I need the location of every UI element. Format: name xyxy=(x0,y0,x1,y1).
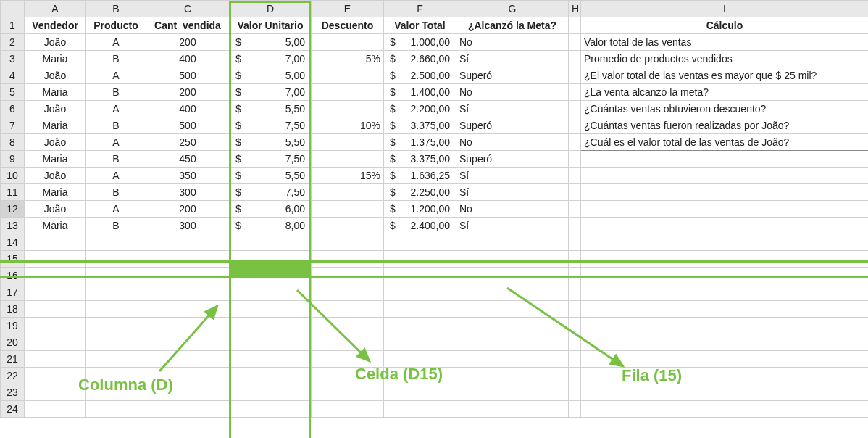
cell-B22[interactable] xyxy=(86,368,146,384)
column-header-F[interactable]: F xyxy=(384,1,456,17)
cell-I4[interactable]: ¿El valor total de las ventas es mayor q… xyxy=(581,67,869,84)
cell-E19[interactable] xyxy=(312,318,384,334)
cell-G14[interactable] xyxy=(456,234,569,251)
cell-G22[interactable] xyxy=(456,368,569,384)
cell-B20[interactable] xyxy=(86,334,146,351)
cell-C23[interactable] xyxy=(146,384,230,401)
cell-D5[interactable]: $7,00 xyxy=(230,84,312,101)
row-header[interactable]: 23 xyxy=(1,384,25,401)
cell-D10[interactable]: $5,50 xyxy=(230,168,312,184)
cell-G7[interactable]: Superó xyxy=(456,117,569,134)
row-header[interactable]: 24 xyxy=(1,401,25,418)
cell-D6[interactable]: $5,50 xyxy=(230,101,312,117)
cell-E20[interactable] xyxy=(312,334,384,351)
cell-A23[interactable] xyxy=(25,384,86,401)
cell-D14[interactable] xyxy=(230,234,312,251)
cell-F4[interactable]: $2.500,00 xyxy=(384,67,456,84)
cell-I24[interactable] xyxy=(581,401,869,418)
cell-B2[interactable]: A xyxy=(86,34,146,51)
cell-B7[interactable]: B xyxy=(86,117,146,134)
cell-G24[interactable] xyxy=(456,401,569,418)
cell-A13[interactable]: Maria xyxy=(25,218,86,234)
cell-B16[interactable] xyxy=(86,268,146,284)
cell-B14[interactable] xyxy=(86,234,146,251)
column-header-A[interactable]: A xyxy=(25,1,86,17)
column-header-H[interactable]: H xyxy=(569,1,581,17)
row-header[interactable]: 15 xyxy=(1,251,25,268)
cell-C13[interactable]: 300 xyxy=(146,218,230,234)
cell-B15[interactable] xyxy=(86,251,146,268)
cell-H13[interactable] xyxy=(569,218,581,234)
cell-I14[interactable] xyxy=(581,234,869,251)
cell-G21[interactable] xyxy=(456,351,569,368)
cell-I21[interactable] xyxy=(581,351,869,368)
cell-D2[interactable]: $5,00 xyxy=(230,34,312,51)
cell-F15[interactable] xyxy=(384,251,456,268)
cell-G16[interactable] xyxy=(456,268,569,284)
cell-H10[interactable] xyxy=(569,168,581,184)
cell-I3[interactable]: Promedio de productos vendidos xyxy=(581,51,869,67)
cell-A3[interactable]: Maria xyxy=(25,51,86,67)
cell-H1[interactable] xyxy=(569,17,581,34)
cell-H9[interactable] xyxy=(569,151,581,168)
select-all-corner[interactable] xyxy=(1,1,25,17)
row-header[interactable]: 11 xyxy=(1,184,25,201)
cell-D20[interactable] xyxy=(230,334,312,351)
cell-I2[interactable]: Valor total de las ventas xyxy=(581,34,869,51)
cell-H5[interactable] xyxy=(569,84,581,101)
cell-I19[interactable] xyxy=(581,318,869,334)
cell-C2[interactable]: 200 xyxy=(146,34,230,51)
cell-E2[interactable] xyxy=(312,34,384,51)
cell-H17[interactable] xyxy=(569,284,581,301)
row-header[interactable]: 13 xyxy=(1,218,25,234)
row-header[interactable]: 16 xyxy=(1,268,25,284)
cell-A21[interactable] xyxy=(25,351,86,368)
cell-E21[interactable] xyxy=(312,351,384,368)
cell-C22[interactable] xyxy=(146,368,230,384)
cell-E6[interactable] xyxy=(312,101,384,117)
cell-I8[interactable]: ¿Cuál es el valor total de las ventas de… xyxy=(581,134,869,151)
cell-B21[interactable] xyxy=(86,351,146,368)
cell-E4[interactable] xyxy=(312,67,384,84)
column-header-E[interactable]: E xyxy=(312,1,384,17)
cell-D16[interactable] xyxy=(230,268,312,284)
cell-A22[interactable] xyxy=(25,368,86,384)
cell-I12[interactable] xyxy=(581,201,869,218)
row-header[interactable]: 2 xyxy=(1,34,25,51)
cell-A1[interactable]: Vendedor xyxy=(25,17,86,34)
cell-D8[interactable]: $5,50 xyxy=(230,134,312,151)
cell-F22[interactable] xyxy=(384,368,456,384)
cell-B4[interactable]: A xyxy=(86,67,146,84)
cell-C6[interactable]: 400 xyxy=(146,101,230,117)
cell-H22[interactable] xyxy=(569,368,581,384)
cell-B3[interactable]: B xyxy=(86,51,146,67)
cell-C24[interactable] xyxy=(146,401,230,418)
cell-I15[interactable] xyxy=(581,251,869,268)
cell-G12[interactable]: No xyxy=(456,201,569,218)
cell-E1[interactable]: Descuento xyxy=(312,17,384,34)
cell-G13[interactable]: Sí xyxy=(456,218,569,234)
cell-C14[interactable] xyxy=(146,234,230,251)
cell-A2[interactable]: João xyxy=(25,34,86,51)
cell-F21[interactable] xyxy=(384,351,456,368)
cell-G18[interactable] xyxy=(456,301,569,318)
cell-D11[interactable]: $7,50 xyxy=(230,184,312,201)
cell-A20[interactable] xyxy=(25,334,86,351)
cell-D19[interactable] xyxy=(230,318,312,334)
cell-F1[interactable]: Valor Total xyxy=(384,17,456,34)
row-header[interactable]: 14 xyxy=(1,234,25,251)
cell-A19[interactable] xyxy=(25,318,86,334)
cell-C7[interactable]: 500 xyxy=(146,117,230,134)
cell-H23[interactable] xyxy=(569,384,581,401)
cell-E22[interactable] xyxy=(312,368,384,384)
cell-C19[interactable] xyxy=(146,318,230,334)
cell-D23[interactable] xyxy=(230,384,312,401)
cell-E15[interactable] xyxy=(312,251,384,268)
cell-E13[interactable] xyxy=(312,218,384,234)
row-header[interactable]: 12 xyxy=(1,201,25,218)
cell-G20[interactable] xyxy=(456,334,569,351)
cell-I6[interactable]: ¿Cuántas ventas obtuvieron descuento? xyxy=(581,101,869,117)
cell-B8[interactable]: A xyxy=(86,134,146,151)
cell-E9[interactable] xyxy=(312,151,384,168)
cell-F10[interactable]: $1.636,25 xyxy=(384,168,456,184)
